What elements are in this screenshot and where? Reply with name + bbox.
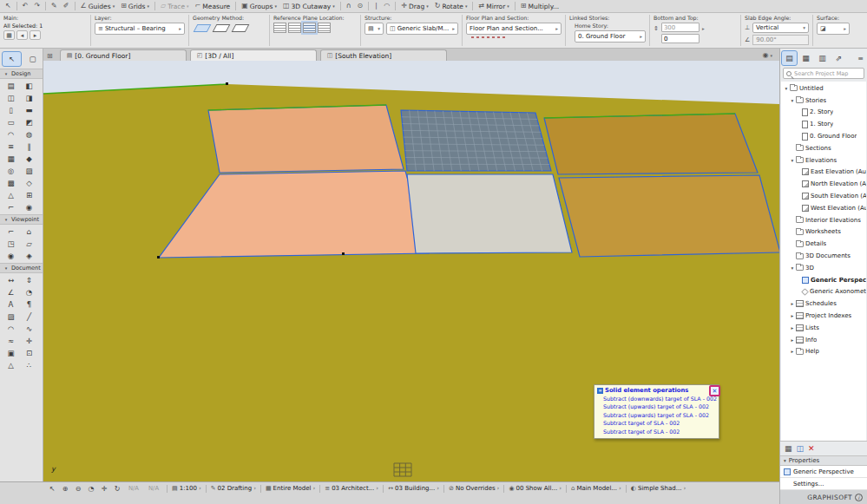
skylight-tool[interactable]: ◍ [20,128,38,141]
corner-handle[interactable] [226,82,228,85]
undo-button[interactable]: ↶ [20,1,31,12]
chevron-icon[interactable]: ▾ [789,98,796,103]
graphic-override-selector[interactable]: ⊘No Overrides› [449,485,499,492]
tree-item[interactable]: ▾Elevations [781,154,866,167]
chevron-icon[interactable]: ▾ [783,86,790,91]
measure-button[interactable]: ⌐Measure [193,1,233,12]
hotspot-tool[interactable]: ✛ [20,335,38,347]
guides-button[interactable]: ∠Guides▾ [78,1,118,12]
line-tool[interactable]: ╱ [20,311,38,323]
canvas-3d-view[interactable]: ≡ Solid element operations ✕ Subtract (d… [43,61,779,481]
top-offset-input[interactable] [661,23,700,32]
chevron-icon[interactable]: ▸ [789,337,796,343]
slab-right-top[interactable] [544,114,758,174]
groups-button[interactable]: ▣Groups▾ [239,1,279,12]
mesh-tool[interactable]: ▩ [2,177,20,189]
dimension-style-selector[interactable]: ↔03 Building...› [388,485,439,492]
previous-icon[interactable]: ◂ [16,30,28,40]
operation-link[interactable]: Subtract (upwards) target of SLA - 002 [594,403,719,410]
tree-item[interactable]: ▸Project Indexes [781,310,866,322]
shell-tool[interactable]: ◠ [2,128,20,141]
info-icon[interactable]: i [855,494,863,501]
properties-settings-row[interactable]: Settings... [780,478,867,490]
chevron-icon[interactable]: ▸ [789,349,796,354]
model-view-options-selector[interactable]: ⌂Main Model...› [571,485,621,492]
tree-item[interactable]: East Elevation (Auto... [781,167,866,179]
tree-item[interactable]: Worksheets [781,226,866,239]
close-icon[interactable]: ✕ [709,385,720,396]
shadow-settings-selector[interactable]: ◐Simple Shad...› [631,485,686,492]
tree-view-icon[interactable]: ▦ [785,444,792,453]
cursor-snap-button[interactable]: ⊙ [355,1,366,12]
tree-item[interactable]: ▾Stories [781,95,866,107]
tree-item[interactable]: Interior Elevations [781,214,866,226]
tree-item[interactable]: West Elevation (Auto... [781,202,866,214]
text-tool[interactable]: A [2,298,20,311]
drag-button[interactable]: ✛Drag▾ [398,1,430,12]
dimension-tool[interactable]: ↔ [2,274,20,286]
tree-item[interactable]: 0. Ground Floor [781,130,866,142]
tree-item[interactable]: South Elevation (Auto... [781,190,866,202]
angle-dimension-tool[interactable]: ◔ [20,286,38,298]
next-icon[interactable]: ▸ [30,30,41,40]
roof-tool[interactable]: ◩ [20,116,38,128]
search-input[interactable] [794,70,861,77]
structure-display-selector[interactable]: ▦Entire Model› [266,485,315,492]
geometry-rotated-rectangle-icon[interactable] [232,24,250,32]
scale-selector[interactable]: ▤1:100› [172,485,201,492]
toolbox-section-document[interactable]: ▾ Document [0,263,43,273]
interior-elevation-tool[interactable]: ◳ [2,238,20,250]
lamp-tool[interactable]: ◎ [2,165,20,177]
arc-tool[interactable]: ◠ [2,323,20,335]
home-story-select[interactable]: 0. Ground Floor ▸ [575,30,646,43]
operation-link[interactable]: Subtract (downwards) target of SLA - 002 [594,395,719,403]
camera-tool[interactable]: ◉ [20,201,38,213]
line-segment-button[interactable]: ∣ [371,1,380,12]
multiply-button[interactable]: ⊞Multiply... [518,1,562,12]
slab-tool[interactable]: ▭ [2,116,20,128]
morph-tool[interactable]: ◇ [20,177,38,189]
toolbox-section-viewpoint[interactable]: ▾ Viewpoint [0,214,43,225]
window-tool[interactable]: ◫ [2,92,20,104]
view-map-icon[interactable]: ▦ [798,51,813,65]
tree-item[interactable]: ▾Untitled [781,82,866,95]
radial-dimension-tool[interactable]: ∠ [2,286,20,298]
corner-handle[interactable] [157,256,160,259]
tree-item[interactable]: ▾3D [781,262,866,274]
figure-tool[interactable]: ▣ [2,347,20,359]
section-tool[interactable]: ⌐ [2,226,20,238]
tab-3d-all[interactable]: ◰ [3D / All] [190,49,317,61]
section-marker-tool[interactable]: ⌐ [2,201,20,213]
tree-item[interactable]: North Elevation (Aut... [781,178,866,190]
object-tool[interactable]: ◆ [20,153,38,165]
pan-icon[interactable]: ✛ [99,484,109,494]
floorplan-display-select[interactable]: Floor Plan and Section... ▸ [466,23,562,35]
operation-link[interactable]: Subtract target of SLA - 002 [594,419,719,427]
gravity-button[interactable]: ∩ [344,1,354,12]
polyline-tool[interactable]: ∿ [20,323,38,335]
geometry-rectangle-icon[interactable] [213,24,231,32]
truss-tool[interactable]: △ [2,189,20,201]
tab-overview-icon[interactable]: ⊞ [47,52,53,60]
delete-icon[interactable]: ✕ [808,444,815,453]
favorites-icon[interactable]: ▦ [3,30,15,40]
zone-tool[interactable]: ▨ [20,165,38,177]
fill-tool[interactable]: ▨ [2,311,20,323]
3d-cutaway-button[interactable]: ◫3D Cutaway▾ [280,1,338,12]
door-tool[interactable]: ◧ [20,80,38,92]
bottom-offset-input[interactable] [661,34,700,43]
tree-item[interactable]: ▸Schedules [781,298,866,310]
renovation-filter-selector[interactable]: ◉00 Show All...› [509,485,562,492]
tree-item[interactable]: 1. Story [781,118,866,130]
corner-window-tool[interactable]: ◨ [20,92,38,104]
3d-document-tool[interactable]: ◈ [20,250,38,262]
zoom-out-icon[interactable]: ⊖ [73,484,83,494]
refplane-core-bottom-icon[interactable] [303,23,316,33]
project-map-icon[interactable]: ▤ [782,51,797,65]
stair-tool[interactable]: ≡ [2,141,20,153]
geometry-polygon-icon[interactable] [194,24,212,32]
chevron-icon[interactable]: ▾ [789,265,796,271]
arrow-tool[interactable]: ↖ [3,52,21,66]
toolbox-section-design[interactable]: ▾ Design [0,69,43,79]
tree-item[interactable]: 2. Story [781,107,866,119]
